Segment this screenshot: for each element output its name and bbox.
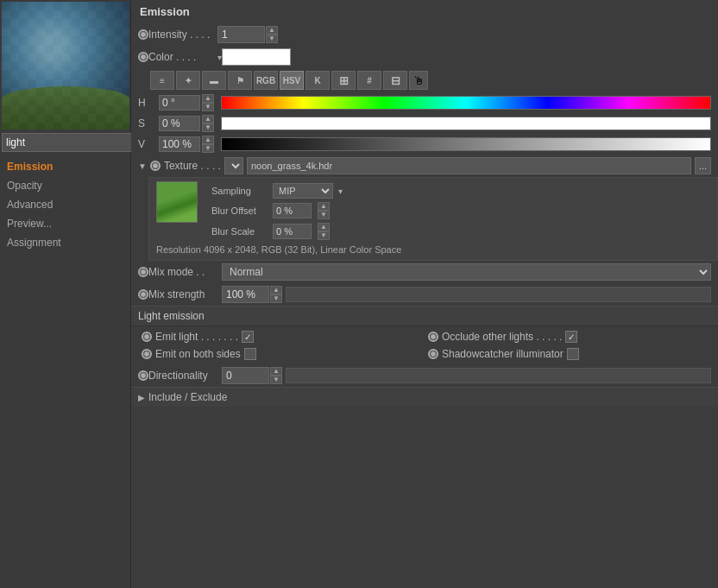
val-slider[interactable] [221,137,711,151]
h-down[interactable]: ▼ [202,103,214,111]
texture-browse-btn[interactable]: ... [695,157,711,174]
v-down[interactable]: ▼ [202,144,214,153]
mix-strength-input[interactable] [222,286,269,303]
mix-strength-label: Mix strength [148,288,222,300]
blur-scale-down[interactable]: ▼ [318,231,330,240]
color-btn-rect[interactable]: ▬ [202,71,226,90]
intensity-label: Intensity . . . . [148,28,217,41]
blur-scale-input[interactable] [273,224,312,239]
occlude-lights-radio[interactable] [428,332,438,342]
h-input[interactable] [159,95,200,111]
sidebar-item-advanced[interactable]: Advanced [0,195,130,214]
intensity-down[interactable]: ▼ [266,35,278,43]
mix-strength-up[interactable]: ▲ [270,286,282,294]
color-btn-radial[interactable]: ✦ [176,71,200,90]
object-name-row: ▾ ↺ [0,131,130,154]
directionality-label: Directionality [148,370,222,382]
texture-radio[interactable] [150,161,161,171]
mix-mode-radio[interactable] [138,267,148,277]
directionality-row: Directionality ▲ ▼ [131,364,718,387]
color-radio[interactable] [138,52,148,62]
mix-strength-down[interactable]: ▼ [270,294,282,303]
mix-strength-bar[interactable] [286,287,711,302]
s-down[interactable]: ▼ [202,123,214,132]
directionality-input[interactable] [222,367,269,384]
sidebar-item-opacity[interactable]: Opacity [0,176,130,195]
color-row: Color . . . . ▾ [131,46,718,68]
emit-light-cell: Emit light . . . . . . . [138,328,425,345]
color-btn-hex[interactable]: # [357,71,381,90]
s-slider-row: S ▲ ▼ [131,113,718,134]
color-btn-flag[interactable]: ⚑ [228,71,252,90]
intensity-input[interactable] [217,26,265,43]
directionality-up[interactable]: ▲ [270,367,282,376]
intensity-spin: ▲ ▼ [217,26,278,43]
resolution-text: Resolution 4096 x 2048, RGB (32 Bit), Li… [156,242,710,256]
v-arrows: ▲ ▼ [202,136,214,153]
sidebar: ▾ ↺ Emission Opacity Advanced Preview...… [0,0,131,588]
shadowcatcher-cell: Shadowcatcher illuminator [425,345,711,363]
blur-scale-up[interactable]: ▲ [318,223,330,231]
color-swatch[interactable] [222,48,291,66]
blur-offset-arrows: ▲ ▼ [318,202,330,219]
directionality-down[interactable]: ▼ [270,376,282,384]
emit-both-sides-label: Emit on both sides [155,348,241,360]
blur-offset-input[interactable] [273,203,312,218]
include-arrow-icon: ▶ [138,393,145,402]
texture-type-dropdown[interactable]: ▾ [224,157,243,174]
v-up[interactable]: ▲ [202,136,214,144]
include-exclude-section[interactable]: ▶ Include / Exclude [131,387,718,407]
s-input[interactable] [159,116,200,131]
emit-both-sides-cell: Emit on both sides [138,345,425,363]
eyedropper-btn[interactable]: 🖱 [409,71,428,90]
sampling-arrow: ▾ [338,187,343,196]
v-input[interactable] [159,136,200,152]
sidebar-item-assignment[interactable]: Assignment [0,233,130,252]
color-btn-grid1[interactable]: ⊞ [331,71,356,90]
texture-expand-arrow[interactable]: ▼ [138,161,147,171]
include-exclude-label: Include / Exclude [148,391,227,403]
color-btn-rgb[interactable]: RGB [254,71,278,90]
intensity-row: Intensity . . . . ▲ ▼ [131,23,718,46]
blur-scale-arrows: ▲ ▼ [318,223,330,240]
h-up[interactable]: ▲ [202,94,214,103]
h-value-group: ▲ ▼ [159,94,214,111]
preview-checker [2,2,129,130]
blur-offset-up[interactable]: ▲ [318,202,330,211]
color-btn-flat[interactable]: ≡ [150,71,174,90]
sampling-select[interactable]: MIP [273,183,333,199]
intensity-radio[interactable] [138,29,148,40]
directionality-radio[interactable] [138,370,148,381]
color-btn-hsv[interactable]: HSV [280,71,304,90]
mix-strength-radio[interactable] [138,289,148,300]
texture-settings: Sampling MIP ▾ Blur Offset ▲ ▼ Blur Scal… [211,181,710,242]
shadowcatcher-radio[interactable] [428,349,438,359]
blur-offset-down[interactable]: ▼ [318,211,330,219]
intensity-up[interactable]: ▲ [266,26,278,35]
directionality-bar[interactable] [286,368,711,383]
emit-light-radio[interactable] [142,332,152,342]
v-value-group: ▲ ▼ [159,136,214,153]
s-up[interactable]: ▲ [202,115,214,123]
mix-strength-spin: ▲ ▼ [222,286,282,303]
mix-mode-select[interactable]: Normal [222,263,711,281]
color-btn-k[interactable]: K [305,71,330,90]
sidebar-item-preview[interactable]: Preview... [0,214,130,233]
color-btn-grid2[interactable]: ⊟ [383,71,407,90]
color-label: Color . . . . [148,51,217,63]
hue-slider[interactable] [221,96,711,110]
occlude-lights-checkbox[interactable] [565,331,577,343]
emit-light-checkbox[interactable] [242,331,254,343]
emit-both-sides-radio[interactable] [142,349,152,359]
object-name-input[interactable] [2,133,140,152]
shadowcatcher-checkbox[interactable] [567,348,579,360]
texture-path-input[interactable] [247,157,691,174]
directionality-spin: ▲ ▼ [222,367,282,384]
emit-both-sides-checkbox[interactable] [244,348,256,360]
emit-grid: Emit light . . . . . . . Occlude other l… [131,326,718,364]
mix-strength-row: Mix strength ▲ ▼ [131,283,718,306]
preview-box [2,2,129,130]
sidebar-item-emission[interactable]: Emission [0,157,130,176]
sat-slider[interactable] [221,117,711,130]
occlude-lights-label: Occlude other lights . . . . . [442,331,562,343]
